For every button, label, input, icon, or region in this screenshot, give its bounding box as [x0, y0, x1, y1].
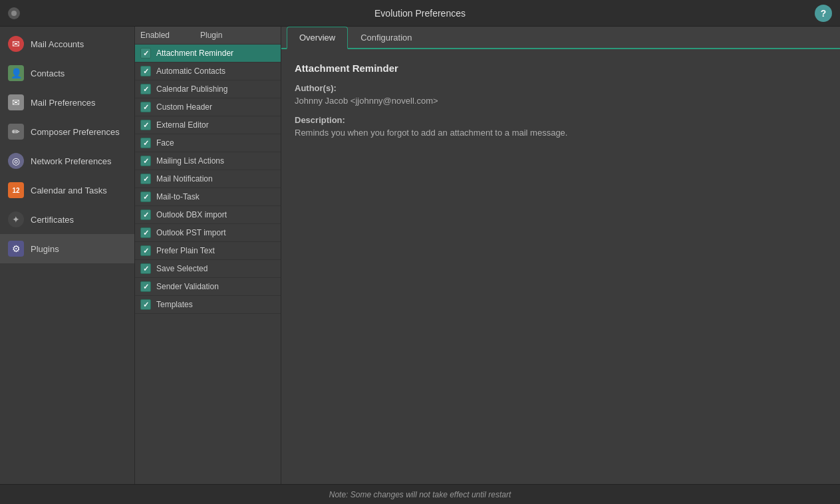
plugin-name-calendar-publishing: Calendar Publishing [156, 84, 227, 94]
mail-pref-icon: ✉ [8, 94, 24, 110]
titlebar: Evolution Preferences ? [0, 0, 840, 27]
statusbar: Note: Some changes will not take effect … [0, 484, 840, 504]
tab-overview[interactable]: Overview [287, 27, 348, 49]
sidebar-item-composer-preferences[interactable]: ✏ Composer Preferences [0, 117, 134, 146]
statusbar-text: Note: Some changes will not take effect … [329, 490, 511, 499]
plugin-checkbox-custom-header[interactable] [140, 102, 151, 112]
network-icon: ◎ [8, 153, 24, 169]
main-layout: ✉ Mail Accounts 👤 Contacts ✉ Mail Prefer… [0, 27, 840, 484]
plugins-icon: ⚙ [8, 241, 24, 257]
plugin-name-automatic-contacts: Automatic Contacts [156, 66, 225, 76]
plugin-row-templates[interactable]: Templates [135, 296, 281, 314]
plugin-checkbox-mail-to-task[interactable] [140, 191, 151, 202]
plugin-name-mailing-list-actions: Mailing List Actions [156, 156, 224, 166]
header-enabled: Enabled [140, 31, 174, 40]
plugin-list-panel: Enabled Plugin Attachment Reminder Autom… [135, 27, 281, 484]
sidebar-label-mail-pref: Mail Preferences [31, 98, 96, 108]
plugin-name-mail-to-task: Mail-to-Task [156, 192, 200, 201]
plugin-checkbox-calendar-publishing[interactable] [140, 84, 151, 94]
plugin-rows: Attachment Reminder Automatic Contacts C… [135, 45, 281, 484]
tab-configuration[interactable]: Configuration [348, 27, 424, 49]
sidebar-label-mail-accounts: Mail Accounts [31, 39, 84, 49]
sidebar-label-contacts: Contacts [31, 68, 65, 78]
header-plugin: Plugin [200, 31, 222, 40]
authors-label: Author(s): [295, 83, 827, 93]
sidebar-item-mail-preferences[interactable]: ✉ Mail Preferences [0, 88, 134, 117]
plugin-row-mail-to-task[interactable]: Mail-to-Task [135, 188, 281, 206]
sidebar-label-calendar: Calendar and Tasks [31, 186, 107, 195]
plugin-row-sender-validation[interactable]: Sender Validation [135, 278, 281, 296]
window-title: Evolution Preferences [374, 8, 466, 19]
plugin-checkbox-prefer-plain-text[interactable] [140, 245, 151, 256]
plugin-checkbox-mailing-list-actions[interactable] [140, 156, 151, 166]
plugin-row-external-editor[interactable]: External Editor [135, 116, 281, 134]
plugin-name-external-editor: External Editor [156, 120, 209, 130]
plugin-name-outlook-dbx: Outlook DBX import [156, 210, 227, 219]
help-button[interactable]: ? [815, 5, 832, 22]
plugin-checkbox-sender-validation[interactable] [140, 281, 151, 292]
composer-icon: ✏ [8, 124, 24, 140]
plugin-row-save-selected[interactable]: Save Selected [135, 260, 281, 278]
sidebar-item-network-preferences[interactable]: ◎ Network Preferences [0, 146, 134, 176]
plugin-name-templates: Templates [156, 300, 193, 309]
plugin-checkbox-automatic-contacts[interactable] [140, 66, 151, 76]
plugin-name-prefer-plain-text: Prefer Plain Text [156, 246, 215, 255]
plugin-row-calendar-publishing[interactable]: Calendar Publishing [135, 80, 281, 98]
authors-value: Johnny Jacob <jjohnny@novell.com> [295, 96, 827, 106]
plugin-detail-title: Attachment Reminder [295, 63, 827, 74]
plugin-checkbox-save-selected[interactable] [140, 263, 151, 274]
calendar-icon: 12 [8, 182, 24, 198]
svg-point-0 [11, 11, 17, 16]
description-value: Reminds you when you forgot to add an at… [295, 128, 827, 138]
plugin-row-prefer-plain-text[interactable]: Prefer Plain Text [135, 242, 281, 260]
plugin-row-mail-notification[interactable]: Mail Notification [135, 170, 281, 188]
plugin-row-mailing-list-actions[interactable]: Mailing List Actions [135, 152, 281, 170]
plugin-name-mail-notification: Mail Notification [156, 174, 213, 184]
plugin-name-outlook-pst: Outlook PST import [156, 228, 225, 237]
sidebar-label-certificates: Certificates [31, 215, 74, 225]
sidebar-item-certificates[interactable]: ✦ Certificates [0, 205, 134, 234]
plugin-checkbox-templates[interactable] [140, 299, 151, 310]
plugin-checkbox-mail-notification[interactable] [140, 174, 151, 184]
mail-accounts-icon: ✉ [8, 36, 24, 52]
plugin-name-custom-header: Custom Header [156, 102, 212, 112]
plugin-list-header: Enabled Plugin [135, 27, 281, 45]
detail-tabs: Overview Configuration [281, 27, 840, 49]
plugin-name-attachment-reminder: Attachment Reminder [156, 49, 233, 58]
description-label: Description: [295, 115, 827, 125]
detail-content: Attachment Reminder Author(s): Johnny Ja… [281, 49, 840, 484]
close-button[interactable] [8, 7, 20, 19]
plugin-name-save-selected: Save Selected [156, 264, 208, 273]
plugin-row-attachment-reminder[interactable]: Attachment Reminder [135, 45, 281, 63]
plugin-checkbox-attachment-reminder[interactable] [140, 48, 151, 59]
sidebar-item-mail-accounts[interactable]: ✉ Mail Accounts [0, 29, 134, 59]
sidebar-label-composer: Composer Preferences [31, 127, 120, 137]
sidebar-label-plugins: Plugins [31, 244, 59, 254]
contacts-icon: 👤 [8, 65, 24, 81]
plugin-checkbox-external-editor[interactable] [140, 120, 151, 130]
plugin-row-automatic-contacts[interactable]: Automatic Contacts [135, 63, 281, 80]
plugin-name-face: Face [156, 138, 174, 148]
plugin-checkbox-outlook-pst[interactable] [140, 227, 151, 238]
plugin-row-outlook-pst[interactable]: Outlook PST import [135, 224, 281, 242]
sidebar: ✉ Mail Accounts 👤 Contacts ✉ Mail Prefer… [0, 27, 135, 484]
sidebar-item-calendar-tasks[interactable]: 12 Calendar and Tasks [0, 176, 134, 205]
detail-panel: Overview Configuration Attachment Remind… [281, 27, 840, 484]
certificates-icon: ✦ [8, 211, 24, 227]
plugin-row-outlook-dbx[interactable]: Outlook DBX import [135, 206, 281, 224]
sidebar-item-plugins[interactable]: ⚙ Plugins [0, 234, 134, 263]
plugin-row-face[interactable]: Face [135, 134, 281, 152]
plugin-checkbox-outlook-dbx[interactable] [140, 209, 151, 220]
plugin-row-custom-header[interactable]: Custom Header [135, 98, 281, 116]
plugin-name-sender-validation: Sender Validation [156, 282, 219, 291]
sidebar-item-contacts[interactable]: 👤 Contacts [0, 59, 134, 88]
sidebar-label-network: Network Preferences [31, 156, 111, 166]
plugin-checkbox-face[interactable] [140, 138, 151, 148]
